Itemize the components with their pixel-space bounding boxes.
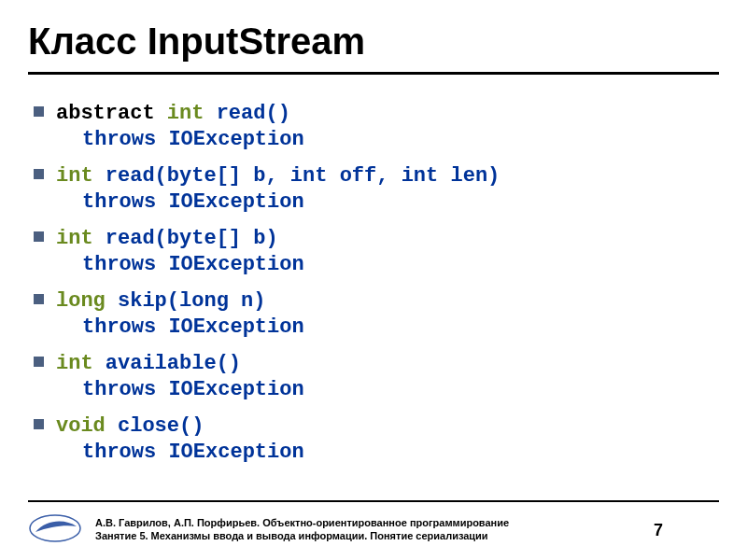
method-sig: skip(long n) bbox=[106, 289, 266, 313]
footer-line2: Занятие 5. Механизмы ввода и вывода инфо… bbox=[95, 530, 641, 543]
footer-line1: А.В. Гаврилов, А.П. Порфирьев. Объектно-… bbox=[95, 517, 641, 530]
keyword-abstract: abstract bbox=[56, 102, 167, 125]
method-sig: read(byte[] b, int off, int len) bbox=[93, 164, 500, 188]
keyword-type: int bbox=[56, 352, 93, 375]
method-sig: available() bbox=[93, 352, 241, 375]
throws-clause: throws IOException bbox=[56, 189, 304, 216]
slide: Класс InputStream abstract int read() th… bbox=[0, 0, 747, 560]
method-item: abstract int read() throws IOException bbox=[34, 101, 719, 152]
keyword-type: int bbox=[56, 164, 93, 188]
wing-logo-icon bbox=[28, 513, 82, 547]
keyword-type: long bbox=[56, 289, 106, 313]
throws-clause: throws IOException bbox=[56, 127, 304, 153]
method-item: long skip(long n) throws IOException bbox=[34, 288, 719, 340]
keyword-type: int bbox=[167, 102, 204, 125]
method-sig: close() bbox=[106, 414, 204, 438]
throws-clause: throws IOException bbox=[56, 315, 304, 341]
method-list: abstract int read() throws IOException i… bbox=[28, 101, 719, 465]
page-number: 7 bbox=[654, 521, 719, 540]
slide-footer: А.В. Гаврилов, А.П. Порфирьев. Объектно-… bbox=[28, 513, 719, 547]
page-title: Класс InputStream bbox=[28, 21, 719, 63]
title-divider bbox=[28, 72, 719, 75]
throws-clause: throws IOException bbox=[56, 440, 304, 466]
method-sig: read() bbox=[204, 102, 289, 125]
keyword-type: void bbox=[56, 414, 106, 438]
method-item: void close() throws IOException bbox=[34, 413, 719, 465]
svg-point-0 bbox=[30, 515, 80, 541]
method-sig: read(byte[] b) bbox=[93, 227, 278, 250]
keyword-type: int bbox=[56, 227, 93, 250]
throws-clause: throws IOException bbox=[56, 377, 304, 403]
method-item: int read(byte[] b, int off, int len) thr… bbox=[34, 163, 719, 215]
method-item: int read(byte[] b) throws IOException bbox=[34, 226, 719, 277]
footer-divider bbox=[28, 500, 719, 502]
throws-clause: throws IOException bbox=[56, 252, 304, 278]
method-item: int available() throws IOException bbox=[34, 351, 719, 402]
footer-text: А.В. Гаврилов, А.П. Порфирьев. Объектно-… bbox=[95, 517, 641, 543]
